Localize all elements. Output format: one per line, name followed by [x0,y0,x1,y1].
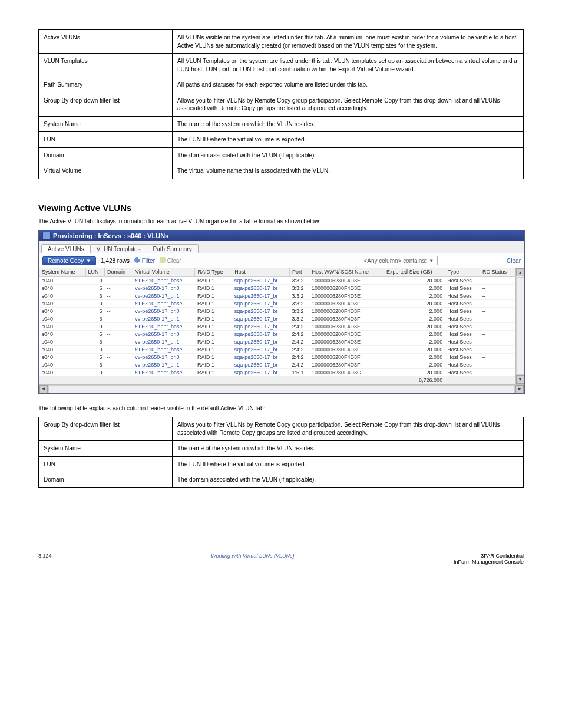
column-header[interactable]: Virtual Volume [133,268,195,277]
table-row[interactable]: s0406--vv-pe2650-17_br.1RAID 1sqa-pe2650… [39,361,515,368]
column-header[interactable]: Host [232,268,290,277]
scroll-right-arrow[interactable]: ► [515,385,524,393]
glossary-desc: Allows you to filter VLUNs by Remote Cop… [173,417,524,441]
cell-lun: 6 [85,338,104,345]
filter-button[interactable]: Filter [134,257,155,264]
vlun-grid: System NameLUNDomainVirtual VolumeRAID T… [39,268,515,384]
group-by-label: Remote Copy [48,258,84,264]
cell-size: 20.000 [384,276,445,284]
table-row[interactable]: s0405--vv-pe2650-17_br.0RAID 1sqa-pe2650… [39,353,515,361]
cell-domain: -- [104,338,133,345]
tab-active-vluns[interactable]: Active VLUNs [41,244,91,253]
cell-port: 3:3:2 [289,307,309,315]
group-by-dropdown[interactable]: Remote Copy ▼ [42,256,96,265]
cell-raid: RAID 1 [195,322,232,330]
table-row[interactable]: s0406--vv-pe2650-17_br.1RAID 1sqa-pe2650… [39,338,515,345]
scroll-track[interactable] [48,385,515,393]
table-row[interactable]: s0405--vv-pe2650-17_br.0RAID 1sqa-pe2650… [39,284,515,292]
cell-port: 2:4:2 [289,345,309,353]
table-row[interactable]: s0400--SLES10_boot_baseRAID 1sqa-pe2650-… [39,299,515,307]
cell-system: s040 [39,276,86,284]
glossary-desc: The domain associated with the VLUN (if … [173,472,524,488]
cell-rc: -- [480,361,515,368]
column-header[interactable]: Port [289,268,309,277]
cell-port: 2:4:2 [289,361,309,368]
cell-virtual-volume: vv-pe2650-17_br.1 [133,361,195,368]
total-size: 6,726.000 [384,376,445,384]
page-footer: 3.124 Working with Virtual LUNs (VLUNs) … [0,553,562,577]
table-row[interactable]: s0405--vv-pe2650-17_br.0RAID 1sqa-pe2650… [39,330,515,338]
column-header[interactable]: Host WWN/iSCSI Name [309,268,384,277]
horizontal-scrollbar[interactable]: ◄ ► [39,384,524,393]
tab-strip: Active VLUNsVLUN TemplatesPath Summary [39,241,524,253]
cell-raid: RAID 1 [195,299,232,307]
footer-product: InForm Management Console [454,559,524,565]
glossary-row: Active VLUNsAll VLUNs visible on the sys… [39,30,524,54]
clear-filter-button[interactable]: Clear [160,257,181,264]
cell-rc: -- [480,284,515,292]
cell-virtual-volume: SLES10_boot_base [133,345,195,353]
glossary-desc: The name of the system on which the VLUN… [173,441,524,457]
vertical-scrollbar[interactable]: ▲ ▼ [515,268,524,384]
cell-system: s040 [39,322,86,330]
search-input[interactable] [437,256,503,265]
cell-rc: -- [480,338,515,345]
glossary-row: Virtual VolumeThe virtual volume name th… [39,163,524,179]
table-row[interactable]: s0400--SLES10_boot_baseRAID 1sqa-pe2650-… [39,368,515,376]
table-row[interactable]: s0400--SLES10_boot_baseRAID 1sqa-pe2650-… [39,345,515,353]
scroll-up-arrow[interactable]: ▲ [516,268,524,276]
cell-domain: -- [104,361,133,368]
any-column-label: <Any column> contains: [363,258,427,264]
cell-lun: 5 [85,330,104,338]
glossary-term: System Name [39,441,173,457]
table-row[interactable]: s0405--vv-pe2650-17_br.0RAID 1sqa-pe2650… [39,307,515,315]
glossary-term: Domain [39,472,173,488]
cell-size: 2.000 [384,292,445,299]
cell-virtual-volume: vv-pe2650-17_br.0 [133,353,195,361]
tab-vlun-templates[interactable]: VLUN Templates [90,244,147,253]
column-header[interactable]: System Name [39,268,86,277]
cell-rc: -- [480,292,515,299]
cell-domain: -- [104,299,133,307]
window-icon [42,232,51,240]
tab-path-summary[interactable]: Path Summary [147,244,199,253]
cell-lun: 6 [85,292,104,299]
table-row[interactable]: s0400--SLES10_boot_baseRAID 1sqa-pe2650-… [39,322,515,330]
table-row[interactable]: s0406--vv-pe2650-17_br.1RAID 1sqa-pe2650… [39,292,515,299]
column-header[interactable]: Exported Size (GB) [384,268,445,277]
glossary-desc: The LUN ID where the virtual volume is e… [173,456,524,472]
cell-virtual-volume: vv-pe2650-17_br.1 [133,292,195,299]
scroll-down-arrow[interactable]: ▼ [516,375,524,384]
cell-domain: -- [104,330,133,338]
clear-search-link[interactable]: Clear [507,258,521,264]
cell-type: Host Sees [445,345,480,353]
column-header[interactable]: Domain [104,268,133,277]
cell-domain: -- [104,307,133,315]
scroll-track[interactable] [516,277,524,375]
cell-raid: RAID 1 [195,353,232,361]
table-row[interactable]: s0400--SLES10_boot_baseRAID 1sqa-pe2650-… [39,276,515,284]
table-row[interactable]: s0406--vv-pe2650-17_br.1RAID 1sqa-pe2650… [39,315,515,322]
column-header[interactable]: Type [445,268,480,277]
cell-lun: 0 [85,345,104,353]
glossary-row: System NameThe name of the system on whi… [39,441,524,457]
column-header[interactable]: RAID Type [195,268,232,277]
column-header[interactable]: LUN [85,268,104,277]
cell-lun: 5 [85,353,104,361]
cell-port: 3:3:2 [289,276,309,284]
cell-size: 2.000 [384,284,445,292]
glossary-desc: All paths and statuses for each exported… [173,77,524,93]
cell-domain: -- [104,284,133,292]
glossary-term: LUN [39,456,173,472]
glossary2-intro: The following table explains each column… [38,404,524,413]
glossary-desc: The LUN ID where the virtual volume is e… [173,132,524,148]
any-column-dropdown[interactable]: <Any column> contains: ▼ [363,258,434,264]
glossary-term: Group By drop-down filter list [39,417,173,441]
row-count: 1,428 rows [101,258,130,264]
column-header[interactable]: RC Status [480,268,515,277]
cell-raid: RAID 1 [195,284,232,292]
cell-size: 20.000 [384,322,445,330]
scroll-left-arrow[interactable]: ◄ [39,385,48,393]
cell-wwn: 10000006280F4D3F [309,307,384,315]
cell-type: Host Sees [445,330,480,338]
